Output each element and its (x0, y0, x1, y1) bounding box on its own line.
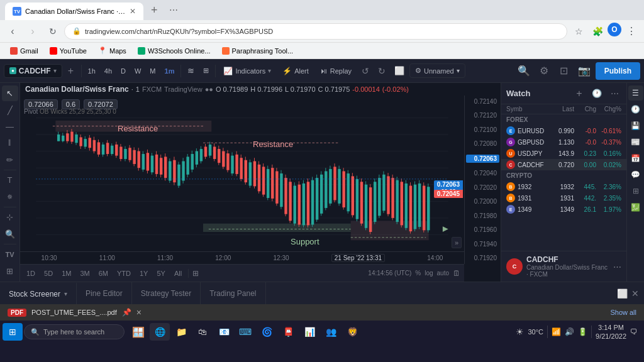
layout-button[interactable]: ⊡ (555, 62, 573, 80)
period-5d[interactable]: 5D (42, 268, 55, 278)
indicators-button[interactable]: 📈 Indicators ▾ (218, 64, 276, 78)
interval-1m[interactable]: 1m (161, 65, 179, 77)
taskbar-app-brave[interactable]: 🦁 (342, 323, 362, 341)
right-icon-clock[interactable]: 🕐 (628, 102, 643, 117)
fibonacci-tool[interactable]: 𝄃 (2, 135, 18, 151)
calendar-alert-button[interactable]: 🗓 (453, 269, 460, 278)
replay-button[interactable]: ⏯ Replay (315, 64, 357, 78)
interval-1h[interactable]: 1h (84, 65, 99, 77)
new-tab-button[interactable]: + (146, 4, 163, 17)
refresh-button[interactable]: ↻ (44, 23, 62, 40)
browser-tab[interactable]: TV Canadian Dollar/Swiss Franc · ... ✕ (5, 3, 143, 20)
tab-close[interactable]: ✕ (130, 7, 136, 16)
bookmark-maps[interactable]: 📍 Maps (93, 45, 131, 56)
taskbar-app-excel[interactable]: 📊 (299, 323, 319, 341)
watch-row-cadchf[interactable]: C CADCHF 0.720 0.00 0.02% (501, 159, 626, 170)
period-all[interactable]: All (172, 268, 184, 278)
bookmark-star[interactable]: ☆ (570, 23, 587, 40)
taskbar-search[interactable]: 🔍 Type here to search (24, 324, 125, 339)
line-tool[interactable]: ╱ (2, 102, 18, 118)
menu-button[interactable]: ⋮ (623, 23, 640, 40)
bookmark-w3schools[interactable]: W3Schools Online... (133, 46, 216, 56)
bookmark-gmail[interactable]: Gmail (5, 46, 43, 56)
taskbar-app-teams[interactable]: 👥 (321, 323, 341, 341)
chart-type-button[interactable]: ≋ (184, 63, 198, 78)
right-icon-trading[interactable]: 💹 (628, 200, 643, 215)
camera-button[interactable]: 📷 (575, 62, 593, 80)
pdf-close-button[interactable]: × (136, 307, 142, 317)
period-ytd[interactable]: YTD (114, 268, 133, 278)
taskbar-app-outlook[interactable]: 📮 (278, 323, 298, 341)
taskbar-app-chrome[interactable]: 🌐 (150, 323, 170, 341)
extensions-button[interactable]: 🧩 (589, 23, 606, 40)
cursor-tool[interactable]: ↖ (2, 85, 18, 101)
watch-row-btceur[interactable]: B 1931 1931 442. 2.35% (501, 192, 626, 204)
candlestick-chart[interactable] (20, 96, 464, 251)
watch-more-button[interactable]: ⋯ (608, 87, 621, 101)
add-watch-button[interactable]: + (572, 87, 586, 101)
interval-m[interactable]: M (146, 65, 159, 77)
taskbar-network-icon[interactable]: 📶 (552, 327, 561, 336)
period-6m[interactable]: 6M (96, 268, 111, 278)
fullscreen-button[interactable]: ⬜ (391, 63, 408, 78)
watch-row-gbpusd[interactable]: G GBPUSD 1.130 -0.0 -0.37% (501, 136, 626, 148)
watch-row-eurusd[interactable]: E EURUSD 0.990 -0.0 -0.61% (501, 125, 626, 136)
text-tool[interactable]: T (2, 172, 18, 188)
watch-row-ethusd[interactable]: E 1349 1349 26.1 1.97% (501, 204, 626, 215)
pdf-show-all-button[interactable]: Show all (610, 309, 636, 316)
publish-button[interactable]: Publish (596, 62, 640, 80)
back-button[interactable]: ‹ (4, 23, 21, 40)
maximize-panel-button[interactable]: ⬜ (617, 288, 628, 299)
start-button[interactable]: ⊞ (3, 323, 23, 341)
right-icon-calendar[interactable]: 📅 (628, 151, 643, 166)
period-1d[interactable]: 1D (24, 268, 38, 278)
brush-tool[interactable]: ✏ (2, 152, 18, 168)
right-icon-save[interactable]: 💾 (628, 118, 643, 133)
tab-stock-screener[interactable]: Stock Screener ▾ (0, 282, 77, 304)
tab-strategy-tester[interactable]: Strategy Tester (132, 282, 201, 304)
taskbar-app-windows[interactable]: 🪟 (128, 323, 148, 341)
address-bar[interactable]: 🔒 tradingview.com/chart/nRuzQKUh/?symbol… (64, 23, 567, 40)
period-1m[interactable]: 1M (59, 268, 74, 278)
search-button[interactable]: 🔍 (515, 62, 533, 80)
taskbar-app-store[interactable]: 🛍 (192, 323, 213, 341)
unnamed-dropdown[interactable]: ⚙ Unnamed ▾ (409, 63, 465, 78)
interval-d[interactable]: D (117, 65, 130, 77)
pdf-pin-button[interactable]: 📌 (122, 308, 131, 317)
alert-button[interactable]: ⚡ Alert (277, 64, 314, 78)
measure-tool[interactable]: ⊹ (2, 209, 18, 225)
watch-row-usdjpy[interactable]: U USDJPY 143.9 0.23 0.16% (501, 148, 626, 159)
taskbar-app-mail[interactable]: 📧 (214, 323, 234, 341)
taskbar-app-explorer[interactable]: 📁 (171, 323, 191, 341)
period-1y[interactable]: 1Y (137, 268, 150, 278)
forward-button[interactable]: › (24, 23, 42, 40)
pair-selector[interactable]: ● CADCHF ▾ (4, 64, 62, 78)
notification-button[interactable]: 🗨 (630, 327, 638, 336)
bookmark-paraphrasing[interactable]: Paraphrasing Tool... (217, 46, 299, 56)
pattern-tool[interactable]: ✵ (2, 189, 18, 205)
period-3m[interactable]: 3M (77, 268, 92, 278)
template-button[interactable]: ⊞ (199, 64, 213, 77)
taskbar-battery-icon[interactable]: 🔋 (578, 327, 587, 336)
add-symbol-button[interactable]: + (64, 63, 79, 79)
bookmark-youtube[interactable]: YouTube (45, 46, 92, 56)
right-icon-list[interactable]: ☰ (628, 85, 643, 101)
period-5y[interactable]: 5Y (154, 268, 167, 278)
tab-pine-editor[interactable]: Pine Editor (77, 282, 132, 304)
right-icon-apps[interactable]: ⊞ (628, 184, 643, 199)
right-icon-news[interactable]: 📰 (628, 134, 643, 150)
profile-button[interactable]: O (608, 23, 621, 36)
cadchf-more-button[interactable]: ⋯ (613, 262, 621, 272)
watch-clock-icon[interactable]: 🕐 (590, 87, 604, 101)
zoom-tool[interactable]: 🔍 (2, 226, 18, 242)
taskbar-app-vscode[interactable]: ⌨ (235, 323, 255, 341)
interval-4h[interactable]: 4h (101, 65, 116, 77)
taskbar-clock[interactable]: 3:14 PM 9/21/2022 (596, 323, 626, 341)
horizontal-line-tool[interactable]: — (2, 119, 18, 134)
right-icon-chat[interactable]: 💬 (628, 167, 643, 182)
expand-icon[interactable]: » (452, 237, 462, 248)
interval-w[interactable]: W (131, 65, 145, 77)
manage-layouts-button[interactable]: ⊞ (2, 263, 18, 278)
settings-button[interactable]: ⚙ (535, 62, 553, 80)
undo-button[interactable]: ↺ (358, 63, 373, 79)
